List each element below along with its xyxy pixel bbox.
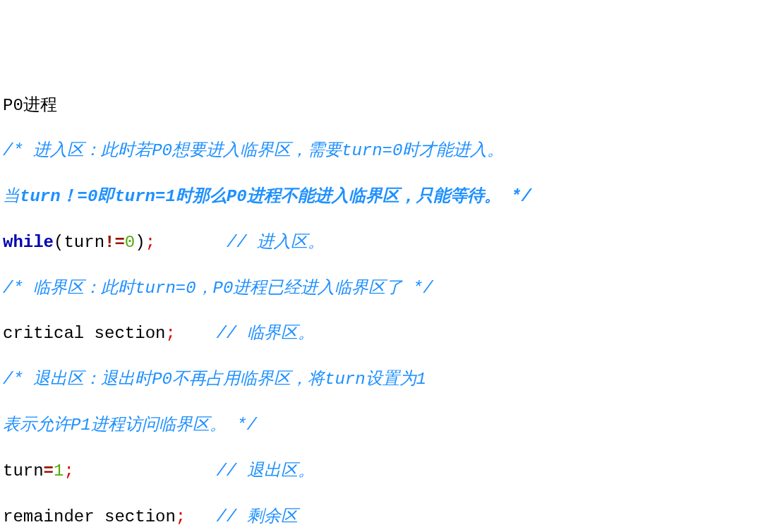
p0-exit-comment-1: /* 退出区：退出时P0不再占用临界区，将turn设置为1 [3,368,755,391]
p0-critical-comment: /* 临界区：此时turn=0，P0进程已经进入临界区了 */ [3,277,755,300]
p0-title: P0进程 [3,95,755,117]
p0-exit-comment-2: 表示允许P1进程访问临界区。 */ [3,414,755,437]
p0-entry-comment-1: /* 进入区：此时若P0想要进入临界区，需要turn=0时才能进入。 [3,140,755,162]
p0-critical-code: critical section;// 临界区。 [3,322,755,345]
code-block: P0进程 /* 进入区：此时若P0想要进入临界区，需要turn=0时才能进入。 … [3,71,755,532]
p0-remainder-code: remainder section;// 剩余区 [3,506,755,528]
p0-turn-assign: turn=1;// 退出区。 [3,460,755,483]
p0-entry-comment-2: 当turn！=0即turn=1时那么P0进程不能进入临界区，只能等待。 */ [3,186,755,208]
p0-while-line: while(turn!=0);// 进入区。 [3,231,755,254]
